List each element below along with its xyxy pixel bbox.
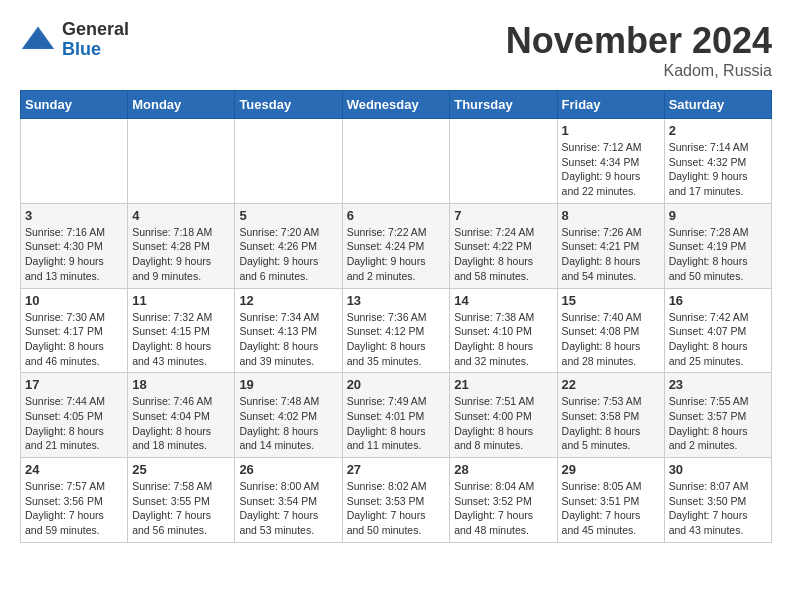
day-number: 25 bbox=[132, 462, 230, 477]
day-number: 29 bbox=[562, 462, 660, 477]
day-info: Sunrise: 7:38 AM Sunset: 4:10 PM Dayligh… bbox=[454, 310, 552, 369]
day-number: 10 bbox=[25, 293, 123, 308]
day-number: 20 bbox=[347, 377, 446, 392]
day-info: Sunrise: 7:44 AM Sunset: 4:05 PM Dayligh… bbox=[25, 394, 123, 453]
calendar-week-row: 24Sunrise: 7:57 AM Sunset: 3:56 PM Dayli… bbox=[21, 458, 772, 543]
calendar-cell: 10Sunrise: 7:30 AM Sunset: 4:17 PM Dayli… bbox=[21, 288, 128, 373]
day-number: 1 bbox=[562, 123, 660, 138]
day-number: 15 bbox=[562, 293, 660, 308]
day-number: 12 bbox=[239, 293, 337, 308]
calendar-cell: 4Sunrise: 7:18 AM Sunset: 4:28 PM Daylig… bbox=[128, 203, 235, 288]
day-info: Sunrise: 7:16 AM Sunset: 4:30 PM Dayligh… bbox=[25, 225, 123, 284]
day-number: 17 bbox=[25, 377, 123, 392]
calendar-cell: 24Sunrise: 7:57 AM Sunset: 3:56 PM Dayli… bbox=[21, 458, 128, 543]
calendar-cell: 13Sunrise: 7:36 AM Sunset: 4:12 PM Dayli… bbox=[342, 288, 450, 373]
calendar-cell: 6Sunrise: 7:22 AM Sunset: 4:24 PM Daylig… bbox=[342, 203, 450, 288]
title-block: November 2024 Kadom, Russia bbox=[506, 20, 772, 80]
day-info: Sunrise: 7:40 AM Sunset: 4:08 PM Dayligh… bbox=[562, 310, 660, 369]
day-info: Sunrise: 7:32 AM Sunset: 4:15 PM Dayligh… bbox=[132, 310, 230, 369]
day-info: Sunrise: 8:04 AM Sunset: 3:52 PM Dayligh… bbox=[454, 479, 552, 538]
calendar-cell: 25Sunrise: 7:58 AM Sunset: 3:55 PM Dayli… bbox=[128, 458, 235, 543]
day-info: Sunrise: 7:42 AM Sunset: 4:07 PM Dayligh… bbox=[669, 310, 767, 369]
day-info: Sunrise: 7:48 AM Sunset: 4:02 PM Dayligh… bbox=[239, 394, 337, 453]
calendar-table: SundayMondayTuesdayWednesdayThursdayFrid… bbox=[20, 90, 772, 543]
calendar-cell: 17Sunrise: 7:44 AM Sunset: 4:05 PM Dayli… bbox=[21, 373, 128, 458]
page-header: General Blue November 2024 Kadom, Russia bbox=[20, 20, 772, 80]
calendar-cell: 15Sunrise: 7:40 AM Sunset: 4:08 PM Dayli… bbox=[557, 288, 664, 373]
day-info: Sunrise: 7:36 AM Sunset: 4:12 PM Dayligh… bbox=[347, 310, 446, 369]
day-number: 19 bbox=[239, 377, 337, 392]
weekday-header-sunday: Sunday bbox=[21, 91, 128, 119]
day-number: 30 bbox=[669, 462, 767, 477]
day-number: 26 bbox=[239, 462, 337, 477]
calendar-cell bbox=[342, 119, 450, 204]
day-info: Sunrise: 7:20 AM Sunset: 4:26 PM Dayligh… bbox=[239, 225, 337, 284]
day-info: Sunrise: 7:22 AM Sunset: 4:24 PM Dayligh… bbox=[347, 225, 446, 284]
calendar-cell: 7Sunrise: 7:24 AM Sunset: 4:22 PM Daylig… bbox=[450, 203, 557, 288]
location: Kadom, Russia bbox=[506, 62, 772, 80]
day-number: 8 bbox=[562, 208, 660, 223]
svg-marker-1 bbox=[25, 31, 52, 47]
day-info: Sunrise: 7:46 AM Sunset: 4:04 PM Dayligh… bbox=[132, 394, 230, 453]
day-number: 9 bbox=[669, 208, 767, 223]
calendar-cell: 26Sunrise: 8:00 AM Sunset: 3:54 PM Dayli… bbox=[235, 458, 342, 543]
calendar-cell: 22Sunrise: 7:53 AM Sunset: 3:58 PM Dayli… bbox=[557, 373, 664, 458]
calendar-cell: 30Sunrise: 8:07 AM Sunset: 3:50 PM Dayli… bbox=[664, 458, 771, 543]
weekday-header-monday: Monday bbox=[128, 91, 235, 119]
calendar-cell bbox=[21, 119, 128, 204]
day-number: 27 bbox=[347, 462, 446, 477]
day-number: 24 bbox=[25, 462, 123, 477]
calendar-cell: 23Sunrise: 7:55 AM Sunset: 3:57 PM Dayli… bbox=[664, 373, 771, 458]
day-info: Sunrise: 7:18 AM Sunset: 4:28 PM Dayligh… bbox=[132, 225, 230, 284]
day-number: 16 bbox=[669, 293, 767, 308]
calendar-week-row: 3Sunrise: 7:16 AM Sunset: 4:30 PM Daylig… bbox=[21, 203, 772, 288]
day-number: 13 bbox=[347, 293, 446, 308]
day-number: 21 bbox=[454, 377, 552, 392]
calendar-cell: 14Sunrise: 7:38 AM Sunset: 4:10 PM Dayli… bbox=[450, 288, 557, 373]
calendar-cell: 1Sunrise: 7:12 AM Sunset: 4:34 PM Daylig… bbox=[557, 119, 664, 204]
day-number: 5 bbox=[239, 208, 337, 223]
calendar-week-row: 10Sunrise: 7:30 AM Sunset: 4:17 PM Dayli… bbox=[21, 288, 772, 373]
calendar-cell: 19Sunrise: 7:48 AM Sunset: 4:02 PM Dayli… bbox=[235, 373, 342, 458]
calendar-cell: 29Sunrise: 8:05 AM Sunset: 3:51 PM Dayli… bbox=[557, 458, 664, 543]
calendar-cell: 16Sunrise: 7:42 AM Sunset: 4:07 PM Dayli… bbox=[664, 288, 771, 373]
day-info: Sunrise: 7:14 AM Sunset: 4:32 PM Dayligh… bbox=[669, 140, 767, 199]
day-info: Sunrise: 7:28 AM Sunset: 4:19 PM Dayligh… bbox=[669, 225, 767, 284]
weekday-header-row: SundayMondayTuesdayWednesdayThursdayFrid… bbox=[21, 91, 772, 119]
logo-text: General Blue bbox=[62, 20, 129, 60]
day-info: Sunrise: 7:55 AM Sunset: 3:57 PM Dayligh… bbox=[669, 394, 767, 453]
calendar-cell: 20Sunrise: 7:49 AM Sunset: 4:01 PM Dayli… bbox=[342, 373, 450, 458]
weekday-header-wednesday: Wednesday bbox=[342, 91, 450, 119]
day-number: 6 bbox=[347, 208, 446, 223]
weekday-header-saturday: Saturday bbox=[664, 91, 771, 119]
day-number: 4 bbox=[132, 208, 230, 223]
day-number: 23 bbox=[669, 377, 767, 392]
day-number: 3 bbox=[25, 208, 123, 223]
day-info: Sunrise: 8:07 AM Sunset: 3:50 PM Dayligh… bbox=[669, 479, 767, 538]
calendar-cell: 2Sunrise: 7:14 AM Sunset: 4:32 PM Daylig… bbox=[664, 119, 771, 204]
day-info: Sunrise: 8:05 AM Sunset: 3:51 PM Dayligh… bbox=[562, 479, 660, 538]
calendar-cell: 18Sunrise: 7:46 AM Sunset: 4:04 PM Dayli… bbox=[128, 373, 235, 458]
day-info: Sunrise: 7:24 AM Sunset: 4:22 PM Dayligh… bbox=[454, 225, 552, 284]
calendar-week-row: 1Sunrise: 7:12 AM Sunset: 4:34 PM Daylig… bbox=[21, 119, 772, 204]
day-number: 18 bbox=[132, 377, 230, 392]
day-info: Sunrise: 7:30 AM Sunset: 4:17 PM Dayligh… bbox=[25, 310, 123, 369]
day-info: Sunrise: 7:12 AM Sunset: 4:34 PM Dayligh… bbox=[562, 140, 660, 199]
calendar-cell: 27Sunrise: 8:02 AM Sunset: 3:53 PM Dayli… bbox=[342, 458, 450, 543]
day-info: Sunrise: 8:02 AM Sunset: 3:53 PM Dayligh… bbox=[347, 479, 446, 538]
day-number: 11 bbox=[132, 293, 230, 308]
day-number: 2 bbox=[669, 123, 767, 138]
day-info: Sunrise: 7:26 AM Sunset: 4:21 PM Dayligh… bbox=[562, 225, 660, 284]
day-info: Sunrise: 7:51 AM Sunset: 4:00 PM Dayligh… bbox=[454, 394, 552, 453]
month-title: November 2024 bbox=[506, 20, 772, 62]
day-number: 22 bbox=[562, 377, 660, 392]
calendar-cell bbox=[128, 119, 235, 204]
calendar-cell bbox=[235, 119, 342, 204]
logo-icon bbox=[20, 22, 56, 58]
day-number: 7 bbox=[454, 208, 552, 223]
calendar-cell: 21Sunrise: 7:51 AM Sunset: 4:00 PM Dayli… bbox=[450, 373, 557, 458]
day-info: Sunrise: 8:00 AM Sunset: 3:54 PM Dayligh… bbox=[239, 479, 337, 538]
day-number: 28 bbox=[454, 462, 552, 477]
day-number: 14 bbox=[454, 293, 552, 308]
calendar-cell: 9Sunrise: 7:28 AM Sunset: 4:19 PM Daylig… bbox=[664, 203, 771, 288]
